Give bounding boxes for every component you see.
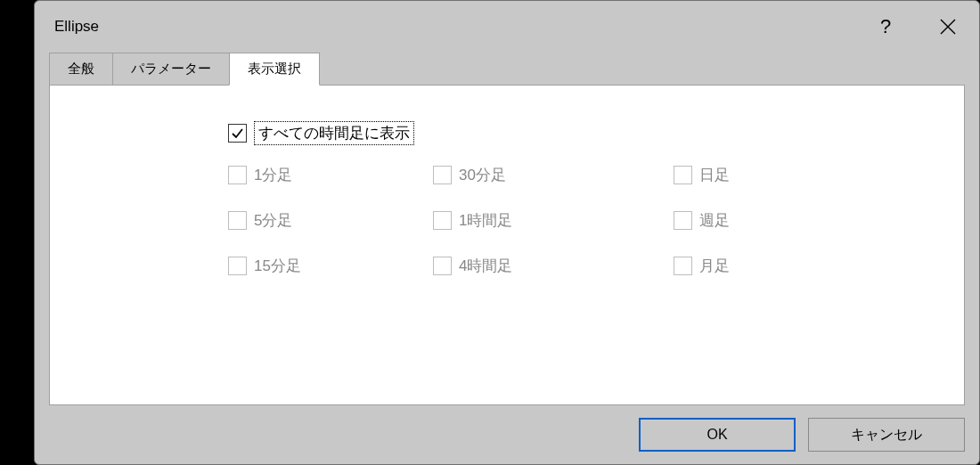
tab-content: すべての時間足に表示 1分足 30分足 日足 5分足 1時間足 [49, 85, 965, 405]
timeframe-checkbox-m30[interactable] [433, 166, 452, 184]
dialog-window: Ellipse ? 全般 パラメーター 表示選択 すべての時間足に表示 1分足 [34, 0, 980, 465]
timeframe-checkbox-h4[interactable] [433, 257, 452, 275]
tab-parameters[interactable]: パラメーター [112, 53, 230, 85]
timeframe-checkbox-h1[interactable] [433, 211, 452, 230]
tab-bar: 全般 パラメーター 表示選択 [35, 53, 979, 85]
timeframe-label: 1時間足 [459, 210, 512, 231]
timeframe-item-m5: 5分足 [228, 210, 433, 231]
show-all-timeframes-row: すべての時間足に表示 [228, 121, 946, 145]
timeframe-label: 4時間足 [459, 256, 512, 276]
tab-display[interactable]: 表示選択 [229, 53, 320, 86]
tab-general[interactable]: 全般 [49, 53, 113, 85]
timeframe-checkbox-m1[interactable] [228, 166, 247, 184]
timeframe-item-w1: 週足 [674, 210, 825, 231]
show-all-timeframes-label: すべての時間足に表示 [254, 121, 414, 145]
timeframe-label: 1分足 [254, 165, 292, 185]
dialog-title: Ellipse [54, 18, 854, 36]
timeframe-checkbox-d1[interactable] [674, 166, 692, 184]
titlebar: Ellipse ? [35, 1, 979, 53]
cancel-button[interactable]: キャンセル [808, 418, 965, 452]
timeframe-label: 日足 [699, 165, 730, 185]
help-button[interactable]: ? [854, 1, 917, 53]
timeframe-checkbox-m5[interactable] [228, 211, 247, 230]
show-all-timeframes-checkbox[interactable] [228, 124, 247, 143]
tab-label: 表示選択 [248, 61, 301, 76]
timeframe-label: 15分足 [254, 256, 301, 276]
button-row: OK キャンセル [35, 405, 979, 464]
timeframe-item-mn: 月足 [674, 256, 825, 276]
tab-label: 全般 [68, 61, 94, 76]
button-label: OK [706, 427, 727, 443]
timeframe-item-m30: 30分足 [433, 165, 674, 185]
tab-label: パラメーター [131, 61, 211, 76]
timeframe-label: 5分足 [254, 210, 292, 231]
checkmark-icon [231, 126, 244, 140]
timeframe-item-m1: 1分足 [228, 165, 433, 185]
timeframe-item-h1: 1時間足 [433, 210, 674, 231]
timeframe-label: 週足 [699, 210, 730, 231]
timeframe-checkbox-w1[interactable] [674, 211, 692, 230]
timeframe-label: 30分足 [459, 165, 506, 185]
timeframe-item-h4: 4時間足 [433, 256, 674, 276]
timeframe-label: 月足 [699, 256, 730, 276]
ok-button[interactable]: OK [639, 418, 796, 452]
timeframe-checkbox-mn[interactable] [674, 257, 692, 275]
button-label: キャンセル [851, 426, 922, 445]
timeframe-grid: 1分足 30分足 日足 5分足 1時間足 週足 [228, 165, 946, 276]
close-button[interactable] [917, 1, 979, 53]
timeframe-item-m15: 15分足 [228, 256, 433, 276]
timeframe-item-d1: 日足 [674, 165, 825, 185]
timeframe-checkbox-m15[interactable] [228, 257, 247, 275]
close-icon [940, 19, 956, 35]
